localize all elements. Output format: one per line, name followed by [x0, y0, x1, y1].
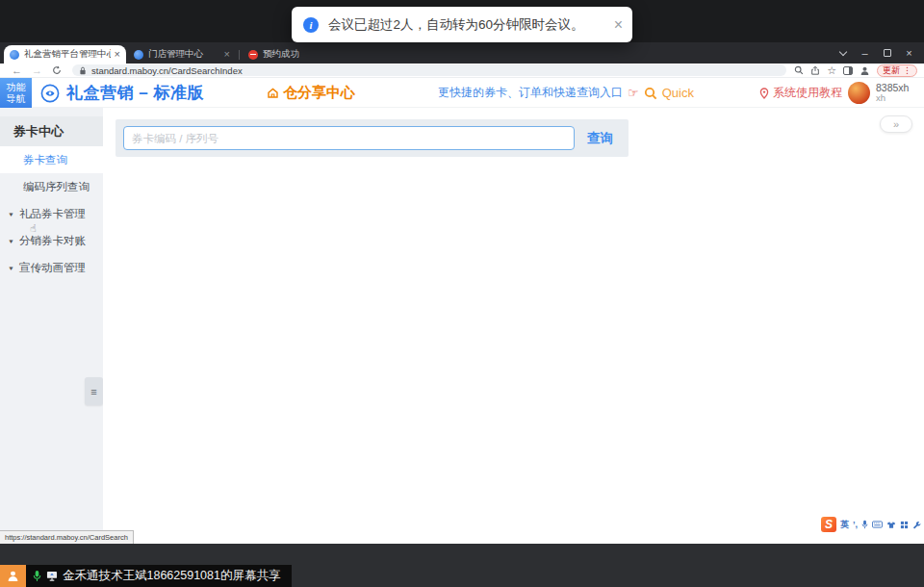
triangle-down-icon: ▼ — [8, 238, 14, 243]
side-panel-icon[interactable] — [843, 66, 853, 75]
profile-icon[interactable] — [860, 65, 870, 76]
forward-icon[interactable]: → — [32, 65, 42, 76]
quick-search-icon — [644, 87, 657, 100]
soft-keyboard-icon[interactable] — [872, 521, 883, 528]
share-bar-text: 金禾通技术王斌18662591081的屏幕共享 — [63, 568, 280, 584]
user-account[interactable]: 8385xh xh — [848, 78, 909, 108]
toast-close-icon[interactable]: × — [614, 17, 623, 33]
menu-icon: ≡ — [90, 386, 96, 397]
app-body: 券卡中心 券卡查询 编码序列查询 ▼ 礼品券卡管理 ▼ 分销券卡对账 ▼ 宣传动… — [0, 108, 924, 544]
search-button[interactable]: 查询 — [587, 119, 613, 157]
person-icon — [7, 570, 19, 582]
brand-title: 礼盒营销 – 标准版 — [66, 82, 204, 104]
screen-share-bar: 金禾通技术王斌18662591081的屏幕共享 — [0, 565, 292, 587]
tab-close-icon[interactable]: × — [224, 49, 230, 60]
browser-window: 礼盒营销平台管理中心 × 门店管理中心 × 预约成功 – × ← — [0, 42, 924, 544]
screen-share-icon — [46, 571, 58, 581]
sidebar-title: 券卡中心 — [0, 116, 103, 146]
pointing-finger-icon: ☞ — [628, 87, 639, 99]
sidebar-group-label: 分销券卡对账 — [19, 234, 86, 248]
tab-reservation-success[interactable]: 预约成功 — [243, 45, 312, 64]
toolbar-right-icons: ☆ 更新 ⋮ — [794, 64, 917, 77]
tab-close-icon[interactable]: × — [115, 49, 120, 60]
sogou-logo-icon[interactable]: S — [821, 517, 836, 532]
window-controls: – × — [832, 42, 920, 64]
zoom-icon[interactable] — [794, 65, 804, 75]
share-center-label: 仓分享中心 — [283, 84, 355, 102]
app-logo-icon — [40, 84, 60, 103]
sidebar: 券卡中心 券卡查询 编码序列查询 ▼ 礼品券卡管理 ▼ 分销券卡对账 ▼ 宣传动… — [0, 108, 103, 544]
more-vertical-icon: ⋮ — [903, 65, 911, 75]
app-header: 功能 导航 礼盒营销 – 标准版 仓分享中心 更快捷的券卡、订单和快递查询入口 … — [0, 78, 924, 108]
sidebar-group-distribution-reconciliation[interactable]: ▼ 分销券卡对账 — [0, 227, 103, 254]
sidebar-group-gift-card-management[interactable]: ▼ 礼品券卡管理 — [0, 200, 103, 227]
refresh-icon[interactable] — [52, 65, 62, 75]
tab-strip: 礼盒营销平台管理中心 × 门店管理中心 × 预约成功 – × — [0, 42, 924, 64]
double-chevron-right-icon: » — [893, 118, 899, 130]
window-minimize-icon[interactable]: – — [854, 42, 876, 64]
sharer-avatar — [0, 565, 26, 587]
skin-icon[interactable] — [886, 521, 896, 529]
window-close-icon[interactable]: × — [898, 42, 920, 64]
tab-store-admin[interactable]: 门店管理中心 × — [128, 45, 236, 64]
bookmark-star-icon[interactable]: ☆ — [827, 65, 836, 76]
triangle-down-icon: ▼ — [8, 265, 14, 270]
avatar — [848, 82, 870, 104]
microphone-icon — [33, 570, 41, 582]
tab-favicon — [134, 50, 143, 60]
tab-title: 礼盒营销平台管理中心 — [24, 48, 111, 61]
main-content: 查询 » — [103, 108, 924, 544]
expand-panel-button[interactable]: » — [880, 115, 912, 133]
window-menu-chevron-icon[interactable] — [832, 42, 854, 64]
punctuation-mode-icon[interactable]: ’, — [853, 521, 858, 529]
address-bar[interactable]: standard.maboy.cn/CardSearchIndex — [72, 64, 786, 76]
quick-entry-text: 更快捷的券卡、订单和快递查询入口 — [438, 85, 623, 101]
sidebar-group-label: 礼品券卡管理 — [19, 207, 86, 221]
update-label: 更新 — [883, 64, 900, 77]
language-mode-icon[interactable]: 英 — [840, 521, 849, 529]
tab-separator — [239, 50, 240, 60]
card-search-input[interactable] — [123, 126, 575, 150]
browser-toolbar: ← → standard.maboy.cn/CardSearchIndex ☆ — [0, 64, 924, 78]
back-icon[interactable]: ← — [12, 65, 22, 76]
info-icon: i — [303, 17, 319, 33]
tab-favicon — [248, 50, 258, 60]
sidebar-group-promo-animation[interactable]: ▼ 宣传动画管理 — [0, 254, 103, 281]
sidebar-item-card-search[interactable]: 券卡查询 — [0, 146, 103, 173]
sidebar-group-label: 宣传动画管理 — [19, 261, 86, 275]
voice-input-icon[interactable] — [861, 520, 868, 529]
warehouse-share-center-link[interactable]: 仓分享中心 — [267, 78, 355, 108]
nav-toggle-line2: 导航 — [7, 93, 26, 105]
function-nav-button[interactable]: 功能 导航 — [0, 78, 32, 108]
brand: 礼盒营销 – 标准版 — [40, 78, 204, 108]
quick-entry[interactable]: 更快捷的券卡、订单和快递查询入口 ☞ Quick — [438, 78, 694, 108]
lock-icon — [79, 66, 87, 75]
triangle-down-icon: ▼ — [8, 211, 14, 217]
quick-label: Quick — [662, 86, 694, 100]
url-text: standard.maboy.cn/CardSearchIndex — [91, 65, 243, 76]
tab-title: 预约成功 — [263, 48, 306, 61]
toast-message: 会议已超过2人，自动转为60分钟限时会议。 — [328, 16, 584, 34]
window-restore-icon[interactable] — [876, 42, 898, 64]
system-tutorial-link[interactable]: 系统使用教程 — [759, 78, 842, 108]
tab-favicon — [10, 50, 19, 60]
toolbox-wrench-icon[interactable] — [912, 521, 921, 529]
tab-gift-box-admin[interactable]: 礼盒营销平台管理中心 × — [4, 45, 126, 64]
user-sub-label: xh — [876, 93, 909, 104]
ime-toolbar[interactable]: S 英 ’, — [819, 516, 923, 533]
sidebar-collapse-toggle[interactable]: ≡ — [85, 377, 103, 405]
chrome-update-button[interactable]: 更新 ⋮ — [877, 64, 917, 77]
desktop: i 会议已超过2人，自动转为60分钟限时会议。 × 礼盒营销平台管理中心 × 门… — [0, 0, 924, 587]
nav-toggle-line1: 功能 — [7, 82, 26, 93]
link-preview-tooltip: https://standard.maboy.cn/CardSearch — [0, 530, 134, 544]
sidebar-item-code-sequence-search[interactable]: 编码序列查询 — [0, 173, 103, 200]
location-pin-icon — [759, 88, 769, 99]
tab-title: 门店管理中心 — [148, 48, 220, 61]
grid-apps-icon[interactable] — [900, 521, 909, 529]
card-search-panel: 查询 — [116, 119, 629, 157]
house-icon — [267, 87, 279, 99]
share-icon[interactable] — [810, 65, 820, 75]
mouse-hand-cursor: ☝ — [30, 222, 37, 235]
meeting-toast: i 会议已超过2人，自动转为60分钟限时会议。 × — [292, 7, 632, 42]
tutorial-label: 系统使用教程 — [773, 85, 842, 101]
